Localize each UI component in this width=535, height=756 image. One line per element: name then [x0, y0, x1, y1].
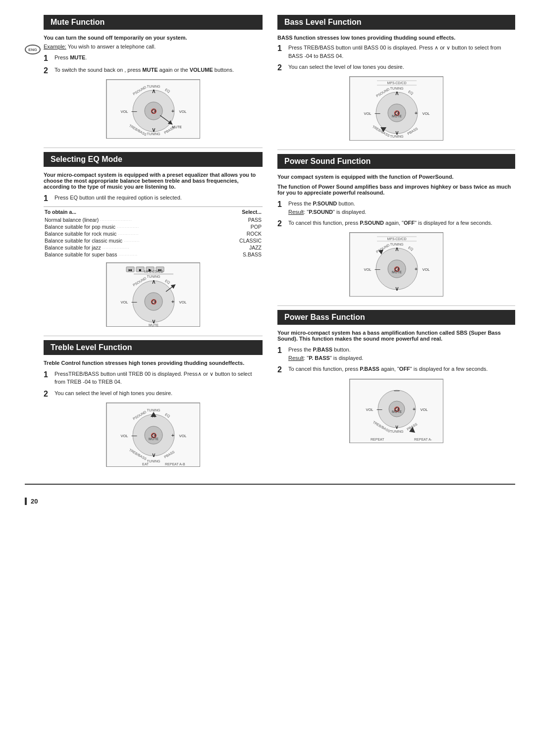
svg-text:REPEAT A-: REPEAT A-	[414, 438, 432, 441]
svg-text:MUTE: MUTE	[392, 114, 402, 118]
ps-step-1: 1 Press the P.SOUND button. Result: "P.S…	[277, 200, 515, 216]
svg-text:—: —	[394, 387, 400, 393]
svg-text:VOL: VOL	[366, 407, 373, 412]
svg-text:∨: ∨	[152, 452, 156, 458]
ps-step-2: 2 To cancel this function, press P.SOUND…	[277, 219, 515, 228]
eq-row-pass: Normal balance (linear) ················…	[45, 217, 262, 223]
bass-step-2: 2 You can select the level of low tones …	[277, 63, 515, 72]
svg-text:VOL: VOL	[120, 109, 128, 114]
power-bass-title: Power Bass Function	[277, 310, 515, 325]
eq-row-rock: Balance suitable for rock music ········…	[45, 231, 262, 237]
eq-step-1: 1 Press EQ button until the required opt…	[44, 194, 263, 203]
mute-step-1: 1 Press MUTE.	[44, 53, 263, 63]
svg-text:■: ■	[139, 268, 142, 272]
svg-text:MUTE: MUTE	[392, 270, 402, 274]
svg-text:+: +	[415, 266, 418, 272]
power-bass-intro: Your micro-compact system has a bass amp…	[277, 330, 515, 342]
bass-title: Bass Level Function	[277, 15, 515, 30]
svg-text:MP3-CD/CD: MP3-CD/CD	[144, 270, 163, 273]
svg-text:VOL: VOL	[364, 267, 371, 272]
svg-text:VOL: VOL	[179, 109, 186, 114]
svg-text:TUNING: TUNING	[147, 85, 160, 88]
svg-text:∧: ∧	[395, 90, 399, 97]
power-sound-intro2: The function of Power Sound amplifies ba…	[277, 184, 515, 196]
pb-diagram: 🔇 — ∨ — + VOL VOL TREB/BASS PBASS TUNING…	[349, 379, 443, 443]
svg-text:+: +	[415, 110, 418, 116]
eq-diagram: ⏮ ■ ▶ ⏭ MP3-CD/CD 🔇	[106, 262, 200, 327]
mute-step-2: 2 To switch the sound back on , press MU…	[44, 66, 263, 75]
right-column: Bass Level Function BASS function stress…	[277, 15, 515, 476]
ps-diagram: MP3-CD/CD 🔇 ∧ ∨ — + VOL VOL PSOUND EQ TU…	[349, 232, 443, 297]
svg-text:VOL: VOL	[364, 111, 371, 116]
eq-intro: Your micro-compact system is equipped wi…	[44, 172, 263, 190]
svg-text:∨: ∨	[395, 285, 399, 292]
pb-step-2: 2 To cancel this function, press P.BASS …	[277, 365, 515, 374]
treble-diagram: 🔇 ∧ ∨ — + VOL VOL PSOUND EQ TREB/BASS PB…	[106, 403, 200, 467]
treble-step-1: 1 PressTREB/BASS button until TREB 00 is…	[44, 370, 263, 386]
svg-text:REPEAT: REPEAT	[371, 438, 384, 441]
svg-text:VOL: VOL	[422, 111, 429, 116]
treble-section: Treble Level Function Treble Control fun…	[44, 340, 263, 467]
svg-text:⏮: ⏮	[128, 268, 132, 272]
bass-section: Bass Level Function BASS function stress…	[277, 15, 515, 141]
svg-text:+: +	[171, 299, 174, 304]
eq-row-sbass: Balance suitable for super bass ········…	[45, 252, 262, 257]
svg-text:∧: ∧	[152, 88, 156, 95]
svg-text:—: —	[375, 110, 380, 116]
svg-text:TUNING: TUNING	[147, 275, 160, 278]
eq-section: Selecting EQ Mode Your micro-compact sys…	[44, 152, 263, 326]
svg-text:TUNING: TUNING	[390, 87, 404, 90]
svg-text:∨: ∨	[395, 424, 399, 430]
mute-title: Mute Function	[44, 15, 263, 30]
eq-row-classic: Balance suitable for classic music ·····…	[45, 238, 262, 244]
svg-text:∧: ∧	[152, 278, 156, 285]
power-sound-intro1: Your compact system is equipped with the…	[277, 174, 515, 180]
svg-text:🔇: 🔇	[151, 299, 157, 305]
svg-text:🔇: 🔇	[151, 108, 157, 114]
svg-text:—: —	[132, 432, 137, 438]
page-number: 20	[25, 498, 38, 505]
treble-title: Treble Level Function	[44, 340, 263, 355]
eq-row-jazz: Balance suitable for jazz ··············…	[45, 245, 262, 251]
svg-text:VOL: VOL	[120, 300, 128, 304]
svg-text:—: —	[375, 266, 380, 272]
mute-section: Mute Function You can turn the sound off…	[44, 15, 263, 139]
svg-text:TUNING: TUNING	[390, 430, 404, 433]
svg-text:—: —	[377, 406, 382, 412]
treble-intro: Treble Control function stresses high to…	[44, 360, 263, 366]
power-sound-title: Power Sound Function	[277, 154, 515, 169]
mute-diagram: 🔇 ∧ ∨ — + VOL VOL PSOUND EQ TREB/BASS PB…	[106, 79, 200, 139]
treble-step-2: 2 You can select the level of high tones…	[44, 389, 263, 399]
svg-text:VOL: VOL	[179, 300, 186, 304]
eq-table: To obtain a... Select... Normal balance …	[44, 206, 263, 258]
svg-text:VOL: VOL	[179, 434, 186, 438]
svg-text:MUTE: MUTE	[172, 125, 182, 129]
bass-step-1: 1 Press TREB/BASS button until BASS 00 i…	[277, 44, 515, 60]
svg-text:—: —	[132, 299, 137, 304]
power-sound-section: Power Sound Function Your compact system…	[277, 154, 515, 297]
svg-text:VOL: VOL	[422, 267, 429, 272]
svg-text:MP3-CD/CD: MP3-CD/CD	[387, 81, 407, 85]
power-bass-section: Power Bass Function Your micro-compact s…	[277, 310, 515, 443]
mute-intro-bold: You can turn the sound off temporarily o…	[44, 35, 263, 41]
svg-text:TUNING: TUNING	[390, 135, 404, 138]
svg-text:MUTE: MUTE	[392, 410, 402, 413]
svg-text:—: —	[132, 108, 137, 114]
mute-example: Example: You wish to answer a telephone …	[44, 44, 263, 50]
svg-text:TUNING: TUNING	[147, 459, 160, 463]
bass-diagram: MP3-CD/CD 🔇 ∧ ∨ — + VOL VOL PSOUND EQ TR…	[349, 76, 443, 141]
svg-text:MP3-CD/CD: MP3-CD/CD	[387, 237, 407, 241]
pb-step-1: 1 Press the P.BASS button. Result: "P. B…	[277, 346, 515, 362]
svg-text:+: +	[171, 108, 174, 114]
svg-text:TUNING: TUNING	[147, 408, 160, 412]
svg-text:MUTE: MUTE	[149, 323, 159, 327]
svg-text:∧: ∧	[395, 246, 399, 252]
svg-text:+: +	[413, 406, 416, 412]
eq-title: Selecting EQ Mode	[44, 152, 263, 167]
svg-text:REPEAT A-B: REPEAT A-B	[165, 462, 185, 466]
svg-text:VOL: VOL	[420, 407, 428, 412]
bass-intro: BASS function stresses low tones providi…	[277, 35, 515, 41]
svg-text:MUTE: MUTE	[149, 437, 159, 441]
svg-text:TUNING: TUNING	[147, 132, 160, 136]
svg-text:+: +	[171, 432, 174, 438]
